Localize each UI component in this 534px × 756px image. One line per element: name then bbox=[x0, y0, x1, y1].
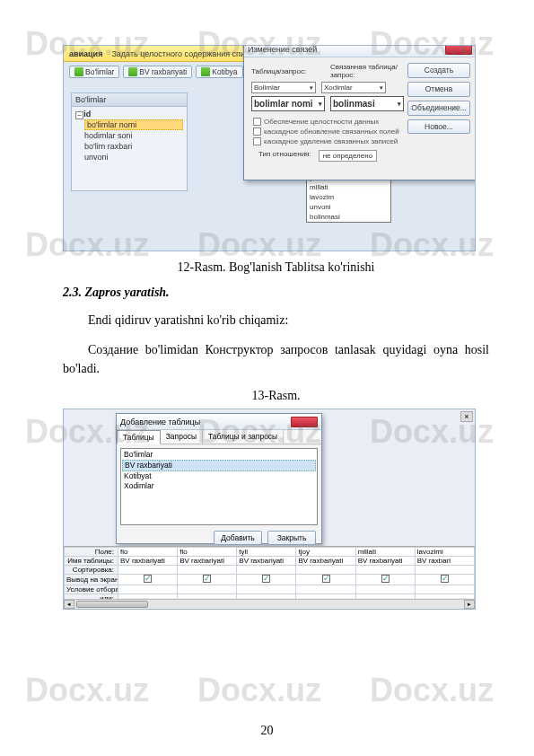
grid-cell[interactable] bbox=[296, 566, 355, 575]
grid-cell[interactable] bbox=[415, 575, 474, 585]
grid-cell[interactable] bbox=[415, 566, 474, 575]
paragraph: Создание bo'limidan Конструктор запросов… bbox=[63, 340, 489, 378]
tree-item[interactable]: bo'lim raxbari bbox=[84, 141, 183, 152]
label-related: Связанная таблица/запрос: bbox=[330, 63, 404, 79]
join-button[interactable]: Объединение... bbox=[407, 101, 470, 116]
table-icon bbox=[74, 67, 83, 76]
list-item[interactable]: BV raxbariyati bbox=[122, 460, 316, 471]
list-item[interactable]: Xodimlar bbox=[122, 481, 316, 491]
checkbox-icon bbox=[381, 575, 390, 583]
combo-table[interactable]: Bolimlar bbox=[251, 82, 316, 93]
row-label-table: Имя таблицы: bbox=[65, 557, 118, 566]
scroll-left-icon[interactable]: ◂ bbox=[64, 600, 74, 609]
list-item[interactable]: unvoni bbox=[307, 202, 390, 212]
dialog-tabs: Таблицы Запросы Таблицы и запросы bbox=[117, 430, 321, 444]
grid-cell[interactable] bbox=[118, 566, 178, 575]
grid-cell[interactable] bbox=[118, 575, 178, 585]
label-table: Таблица/запрос: bbox=[251, 67, 325, 75]
checkbox-icon bbox=[262, 575, 270, 583]
combo-field2[interactable]: bolinmasi bbox=[330, 96, 404, 111]
grid-cell[interactable]: tyil bbox=[237, 548, 296, 557]
grid-cell[interactable] bbox=[237, 566, 296, 575]
combo-related[interactable]: Xodimlar bbox=[321, 82, 386, 93]
section-heading-2-3: 2.3. Zapros yaratish. bbox=[63, 286, 489, 300]
combo-field1[interactable]: bolimlar nomi bbox=[251, 96, 325, 111]
tab-bv[interactable]: BV raxbariyati bbox=[123, 66, 192, 78]
grid-cell[interactable] bbox=[178, 585, 237, 594]
list-item[interactable]: Kotibyat bbox=[122, 471, 316, 481]
add-button[interactable]: Добавить bbox=[214, 531, 262, 545]
tree-item[interactable]: unvoni bbox=[84, 152, 183, 163]
table-icon bbox=[201, 67, 210, 76]
grid-cell[interactable]: fio bbox=[118, 548, 178, 557]
grid-cell[interactable]: BV raxbariyati bbox=[296, 557, 355, 566]
row-label-show: Вывод на экран: bbox=[65, 575, 118, 585]
tree-item[interactable]: hodimlar soni bbox=[84, 130, 183, 141]
tab-tables[interactable]: Таблицы bbox=[117, 430, 161, 444]
reltype-label: Тип отношения: bbox=[258, 150, 311, 162]
dialog-title: Добавление таблицы bbox=[120, 418, 200, 426]
table-list[interactable]: Bo'limlar BV raxbariyati Kotibyat Xodiml… bbox=[120, 448, 318, 525]
scroll-right-icon[interactable]: ▸ bbox=[464, 600, 475, 609]
checkbox-icon bbox=[203, 575, 211, 583]
grid-cell[interactable] bbox=[355, 566, 415, 575]
table-icon bbox=[128, 67, 137, 76]
row-label-criteria: Условие отбора: bbox=[65, 585, 118, 594]
tree-toggle-icon[interactable]: − bbox=[75, 111, 83, 119]
grid-cell[interactable]: millati bbox=[355, 548, 415, 557]
close-icon[interactable]: × bbox=[460, 411, 473, 422]
watermark: Docx.uz bbox=[197, 672, 321, 709]
screenshot-query-design: × Добавление таблицы Таблицы Запросы Таб… bbox=[63, 409, 476, 610]
scroll-thumb[interactable] bbox=[76, 601, 148, 608]
edit-relationships-dialog: Изменение связей Таблица/запрос: Связанн… bbox=[243, 45, 476, 180]
grid-cell[interactable] bbox=[415, 585, 474, 594]
tree-root[interactable]: ♀ id bbox=[75, 109, 183, 119]
close-icon[interactable] bbox=[445, 45, 472, 55]
close-icon[interactable] bbox=[291, 417, 318, 427]
tab-bolimlar[interactable]: Bo'limlar bbox=[69, 66, 119, 78]
grid-cell[interactable] bbox=[237, 575, 296, 585]
check-cascade-delete[interactable]: каскадное удаление связанных записей bbox=[253, 136, 470, 146]
grid-cell[interactable]: lavozimi bbox=[415, 548, 474, 557]
grid-cell[interactable] bbox=[237, 585, 296, 594]
reltype-value: не определено bbox=[319, 150, 377, 162]
grid-cell[interactable] bbox=[355, 575, 415, 585]
tab-both[interactable]: Таблицы и запросы bbox=[203, 430, 284, 444]
tree-item[interactable]: bo'limlar nomi bbox=[84, 119, 183, 130]
checkbox-icon bbox=[253, 137, 261, 145]
figure-caption-13: 13-Rasm. bbox=[63, 389, 489, 403]
grid-cell[interactable]: BV raxbariyati bbox=[237, 557, 296, 566]
checkbox-icon bbox=[253, 118, 261, 126]
tab-queries[interactable]: Запросы bbox=[161, 430, 203, 444]
tab-kotibya[interactable]: Kotibya bbox=[196, 66, 242, 78]
list-item[interactable]: bolinmasi bbox=[307, 212, 390, 222]
query-design-grid: Поле: fio fio tyil tjoy millati lavozimi… bbox=[64, 546, 475, 598]
grid-cell[interactable]: BV raxbariyati bbox=[178, 557, 237, 566]
new-button[interactable]: Новое... bbox=[407, 119, 470, 134]
list-item[interactable]: millati bbox=[307, 182, 390, 192]
row-label-field: Поле: bbox=[65, 548, 118, 557]
add-table-dialog: Добавление таблицы Таблицы Запросы Табли… bbox=[116, 413, 322, 544]
grid-cell[interactable] bbox=[178, 566, 237, 575]
create-button[interactable]: Создать bbox=[407, 63, 470, 78]
grid-cell[interactable]: BV raxbari bbox=[415, 557, 474, 566]
watermark: Docx.uz bbox=[25, 672, 149, 709]
grid-cell[interactable]: tjoy bbox=[296, 548, 355, 557]
cancel-button[interactable]: Отмена bbox=[407, 82, 470, 97]
grid-cell[interactable] bbox=[296, 575, 355, 585]
screenshot-relationships: авиация Задать целостного содержания спи… bbox=[63, 45, 476, 251]
grid-cell[interactable] bbox=[296, 585, 355, 594]
grid-cell[interactable]: BV raxbariyati bbox=[118, 557, 178, 566]
tab-label: Bo'limlar bbox=[85, 67, 114, 76]
grid-cell[interactable]: BV raxbariyati bbox=[355, 557, 415, 566]
grid-cell[interactable] bbox=[118, 585, 178, 594]
list-item[interactable]: Bo'limlar bbox=[122, 450, 316, 460]
paragraph: Endi qidiruv yaratishni ko'rib chiqamiz: bbox=[63, 311, 489, 330]
close-button[interactable]: Закрыть bbox=[267, 531, 316, 545]
horizontal-scrollbar[interactable]: ◂ ▸ bbox=[64, 599, 475, 609]
grid-cell[interactable]: fio bbox=[178, 548, 237, 557]
grid-cell[interactable] bbox=[355, 585, 415, 594]
tree-root-label: id bbox=[83, 110, 91, 119]
list-item[interactable]: lavozim bbox=[307, 192, 390, 202]
grid-cell[interactable] bbox=[178, 575, 237, 585]
